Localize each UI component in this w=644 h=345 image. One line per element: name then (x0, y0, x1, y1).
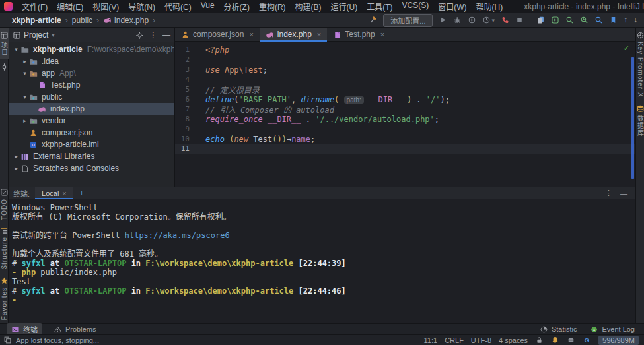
plugin-assistant-icon[interactable] (567, 336, 575, 344)
stripe-item-Favorites[interactable]: Favorites (0, 273, 9, 323)
profiler-clock-icon[interactable]: ▾ (482, 16, 495, 24)
code-editor[interactable]: 1<?php23use App\Test;45// 定义根目录6define('… (175, 42, 635, 154)
menu-item[interactable]: 重构(R) (255, 0, 290, 13)
run-anything-icon[interactable] (551, 16, 559, 24)
terminal-tab-Local[interactable]: Local× (35, 187, 73, 199)
menu-item[interactable]: Vue (197, 0, 219, 13)
copy-icon[interactable] (536, 16, 545, 24)
chevron-expanded-icon[interactable]: ▾ (20, 94, 29, 100)
chevron-collapsed-icon[interactable]: ▸ (12, 165, 20, 172)
stripe-item-项目[interactable]: 项目 (0, 28, 9, 59)
run-with-profiler-icon[interactable] (468, 16, 476, 24)
tree-item-public[interactable]: ▾public (9, 91, 174, 103)
google-translate-icon[interactable]: G (583, 336, 591, 344)
tree-item-index.php[interactable]: index.php (9, 103, 174, 115)
menu-item[interactable]: 编辑(E) (53, 0, 87, 13)
stripe-item-commit-icon[interactable] (0, 59, 9, 75)
project-view-selector[interactable]: Project ▾ (13, 30, 55, 40)
nav-down-icon[interactable]: ↓ (633, 16, 637, 24)
debug-icon[interactable] (453, 16, 462, 24)
menu-item[interactable]: 文件(F) (18, 0, 52, 13)
menu-item[interactable]: 视图(V) (89, 0, 123, 13)
editor-tab-index.php[interactable]: index.php× (260, 28, 327, 41)
stripe-item-label: 数据库 (635, 115, 644, 137)
bookmark-icon[interactable] (609, 16, 618, 24)
run-icon[interactable] (439, 16, 447, 24)
tab-close-icon[interactable]: × (249, 30, 253, 38)
titlebar: 文件(F)编辑(E)视图(V)导航(N)代码(C)Vue分析(Z)重构(R)构建… (0, 0, 644, 13)
tool-window-button-Problems[interactable]: Problems (49, 325, 100, 334)
tool-window-button-Statistic[interactable]: Statistic (538, 325, 579, 334)
tree-item-annotation: App\ (59, 69, 76, 78)
tree-item-app[interactable]: ▾appApp\ (9, 67, 174, 79)
menu-item[interactable]: 代码(C) (161, 0, 196, 13)
terminal-icon (11, 325, 20, 334)
tree-item-Test.php[interactable]: Test.php (9, 79, 174, 91)
stripe-item-Key Promoter X[interactable]: Key Promoter X (636, 28, 644, 101)
breadcrumb-item[interactable]: public (72, 16, 92, 25)
chevron-collapsed-icon[interactable]: ▸ (12, 153, 20, 160)
tree-item-Scratches and Consoles[interactable]: ▸Scratches and Consoles (9, 162, 174, 174)
new-terminal-tab-button[interactable]: + (73, 187, 90, 199)
chevron-expanded-icon[interactable]: ▾ (12, 46, 20, 53)
chevron-expanded-icon[interactable]: ▾ (20, 70, 29, 77)
menu-item[interactable]: 分析(Z) (220, 0, 254, 13)
stripe-item-label: 项目 (0, 42, 9, 56)
caret-position[interactable]: 11:1 (424, 336, 438, 344)
stripe-item-数据库[interactable]: 数据库 (635, 101, 644, 140)
search-blue-icon[interactable] (594, 16, 603, 24)
editor-scrollbar[interactable] (631, 57, 634, 179)
tab-close-icon[interactable]: × (62, 189, 66, 197)
tab-close-icon[interactable]: × (380, 30, 384, 38)
tree-item-xkphp-article[interactable]: ▾xkphp-articleF:\workspace\demo\xkphp-ar… (9, 44, 174, 55)
breadcrumb-item[interactable]: index.php (103, 16, 149, 25)
lock-icon[interactable] (535, 336, 544, 344)
nav-up-icon[interactable]: ↑ (624, 16, 627, 24)
menu-item[interactable]: 导航(N) (124, 0, 159, 13)
notifications-icon[interactable] (551, 336, 559, 344)
line-number: 8 (175, 115, 197, 123)
tree-item-External Libraries[interactable]: ▸External Libraries (9, 150, 174, 162)
indent-style[interactable]: 4 spaces (499, 336, 528, 344)
replace-green-icon[interactable] (580, 16, 589, 24)
attach-debugger-phone-icon[interactable] (501, 16, 509, 24)
editor-tab-Test.php[interactable]: Test.php× (327, 28, 390, 41)
tree-item-composer.json[interactable]: composer.json (9, 127, 174, 139)
search-green-icon[interactable] (565, 16, 574, 24)
terminal-options-kebab-icon[interactable]: ⋮ (605, 189, 612, 197)
tool-window-switcher-icon[interactable] (3, 336, 12, 344)
tree-item-vendor[interactable]: ▸vendor (9, 115, 174, 127)
stripe-item-TODO[interactable]: TODO (0, 185, 9, 224)
memory-indicator[interactable]: 596/989M (598, 336, 639, 345)
project-options-kebab-icon[interactable]: ⋮ (149, 30, 157, 40)
chevron-collapsed-icon[interactable]: ▸ (20, 58, 29, 65)
chevron-collapsed-icon[interactable]: ▸ (20, 117, 29, 124)
tree-item-xkphp-article.iml[interactable]: IJxkphp-article.iml (9, 139, 174, 150)
locate-icon[interactable] (135, 31, 144, 40)
editor-tab-composer.json[interactable]: composer.json× (175, 28, 260, 41)
tab-close-icon[interactable]: × (317, 30, 321, 38)
file-encoding[interactable]: UTF-8 (471, 336, 491, 344)
terminal-output[interactable]: Windows PowerShell版权所有 (C) Microsoft Cor… (9, 199, 635, 305)
menu-item[interactable]: 帮助(H) (472, 0, 507, 13)
menu-item[interactable]: VCS(S) (398, 0, 433, 13)
php-elephant-icon (38, 105, 47, 113)
stripe-item-Structure[interactable]: Structure (0, 223, 9, 273)
tree-item-.idea[interactable]: ▸.idea (9, 55, 174, 67)
menu-item[interactable]: 构建(B) (291, 0, 326, 13)
inspections-ok-icon[interactable]: ✓ (624, 44, 629, 53)
run-config-button[interactable]: 添加配置... (383, 14, 433, 27)
tool-window-button-终端[interactable]: 终端 (7, 323, 42, 335)
svg-text:IJ: IJ (32, 142, 34, 146)
line-ending[interactable]: CRLF (445, 336, 464, 344)
menu-item[interactable]: 运行(U) (327, 0, 362, 13)
tool-window-button-Event Log[interactable]: 1Event Log (589, 325, 636, 334)
build-hammer-icon[interactable] (369, 16, 377, 24)
project-hide-icon[interactable]: — (162, 30, 170, 40)
terminal-hide-icon[interactable]: — (620, 189, 627, 197)
menu-item[interactable]: 工具(T) (363, 0, 396, 13)
breadcrumb-item[interactable]: xkphp-article (12, 16, 61, 25)
terminal-link[interactable]: https://aka.ms/pscore6 (125, 231, 230, 240)
stop-icon[interactable] (515, 16, 524, 24)
menu-item[interactable]: 窗口(W) (434, 0, 470, 13)
